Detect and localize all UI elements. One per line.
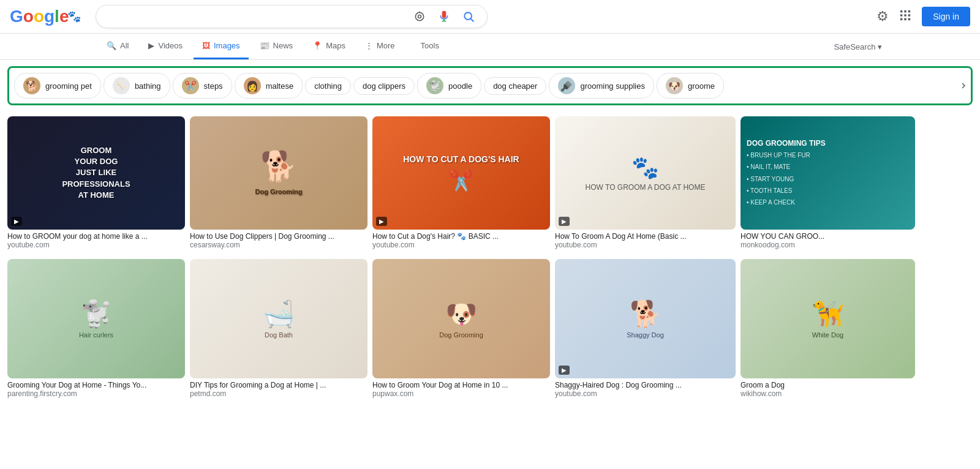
nav-more[interactable]: ⋮ More	[356, 34, 404, 59]
chip-maltese[interactable]: 👩 maltese	[235, 73, 303, 99]
tools-button[interactable]: Tools	[416, 34, 444, 59]
svg-rect-7	[900, 10, 903, 12]
svg-rect-10	[900, 14, 903, 17]
play-badge: ▶	[11, 217, 22, 226]
chip-dog-clippers[interactable]: dog clippers	[353, 77, 415, 95]
svg-line-6	[471, 19, 474, 22]
camera-search-button[interactable]	[411, 10, 428, 23]
result-card-r2c2[interactable]: 🛁 Dog Bath DIY Tips for Grooming a Dog a…	[190, 259, 368, 398]
videos-icon: ▶	[148, 41, 154, 50]
chip-bathing[interactable]: 🦴 bathing	[104, 73, 170, 99]
search-button[interactable]	[460, 10, 477, 23]
chip-clothing[interactable]: clothing	[305, 77, 351, 95]
search-input[interactable]: how to groom my dog	[106, 11, 404, 22]
chip-thumb-groome: 🐶	[666, 77, 683, 94]
chip-groome[interactable]: 🐶 groome	[657, 73, 724, 99]
news-icon: 📰	[260, 41, 270, 50]
results: GROOMYOUR DOGJUST LIKEPROFESSIONALSAT HO…	[0, 111, 980, 408]
result-card-r1c4[interactable]: 🐾 HOW TO GROOM A DOG AT HOME ▶ How To Gr…	[555, 116, 736, 249]
filter-bar-wrap: 🐕 grooming pet 🦴 bathing ✂️ steps 👩 malt…	[7, 66, 973, 105]
chip-thumb-grooming-supplies: 🪮	[558, 77, 575, 94]
result-card-r1c2[interactable]: 🐕 Dog Grooming How to Use Dog Clippers |…	[190, 116, 368, 249]
svg-rect-15	[908, 18, 911, 20]
result-card-r1c1[interactable]: GROOMYOUR DOGJUST LIKEPROFESSIONALSAT HO…	[7, 116, 185, 249]
svg-rect-12	[908, 14, 911, 17]
safesearch-button[interactable]: SafeSearch ▾	[834, 42, 882, 51]
filter-bar: 🐕 grooming pet 🦴 bathing ✂️ steps 👩 malt…	[9, 68, 971, 103]
google-logo[interactable]: Google 🐾	[10, 7, 81, 26]
chip-poodle[interactable]: 🐩 poodle	[417, 73, 481, 99]
result-card-r2c5[interactable]: 🦮 White Dog Groom a Dog wikihow.com	[741, 259, 915, 398]
svg-rect-8	[904, 10, 907, 12]
result-card-r2c4[interactable]: 🐕 Shaggy Dog ▶ Shaggy-Haired Dog : Dog G…	[555, 259, 736, 398]
svg-rect-11	[904, 14, 907, 17]
maps-icon: 📍	[312, 41, 322, 50]
result-card-r1c3[interactable]: HOW TO CUT A DOG'S HAIR ✂️ ▶ How to Cut …	[372, 116, 550, 249]
all-icon: 🔍	[107, 41, 116, 50]
svg-point-0	[416, 12, 424, 20]
chip-dog-cheaper[interactable]: dog cheaper	[484, 77, 546, 95]
sign-in-button[interactable]: Sign in	[922, 7, 970, 26]
chip-steps[interactable]: ✂️ steps	[173, 73, 232, 99]
chip-thumb-bathing: 🦴	[113, 77, 130, 94]
chip-grooming-pet[interactable]: 🐕 grooming pet	[14, 73, 101, 99]
chip-thumb-steps: ✂️	[182, 77, 199, 94]
chip-thumb-maltese: 👩	[244, 77, 261, 94]
play-badge-r2c4: ▶	[559, 366, 570, 375]
filter-next-button[interactable]	[949, 68, 971, 103]
header: Google 🐾 how to groom my dog ⚙	[0, 0, 980, 34]
nav-videos[interactable]: ▶ Videos	[140, 34, 191, 59]
svg-rect-14	[904, 18, 907, 20]
chip-thumb-grooming-pet: 🐕	[23, 77, 40, 94]
svg-rect-13	[900, 18, 903, 20]
nav-images[interactable]: 🖼 Images	[194, 34, 249, 59]
play-badge-r1c3: ▶	[376, 217, 387, 226]
nav-bar: 🔍 All ▶ Videos 🖼 Images 📰 News 📍 Maps ⋮ …	[0, 34, 980, 60]
results-row-2: 🐩 Hair curlers Grooming Your Dog at Home…	[7, 259, 973, 403]
chip-thumb-poodle: 🐩	[426, 77, 443, 94]
more-icon: ⋮	[365, 41, 373, 50]
search-box: how to groom my dog	[96, 5, 488, 28]
nav-all[interactable]: 🔍 All	[98, 34, 137, 59]
voice-search-button[interactable]	[435, 10, 453, 23]
apps-icon[interactable]	[899, 9, 912, 25]
images-icon: 🖼	[202, 41, 210, 50]
settings-icon[interactable]: ⚙	[876, 9, 889, 24]
play-badge-r1c4: ▶	[559, 217, 570, 226]
result-card-r2c1[interactable]: 🐩 Hair curlers Grooming Your Dog at Home…	[7, 259, 185, 398]
chip-grooming-supplies[interactable]: 🪮 grooming supplies	[549, 73, 654, 99]
svg-point-1	[418, 15, 421, 18]
svg-point-5	[465, 12, 472, 20]
nav-news[interactable]: 📰 News	[251, 34, 302, 59]
nav-maps[interactable]: 📍 Maps	[304, 34, 354, 59]
result-card-r2c3[interactable]: 🐶 Dog Grooming How to Groom Your Dog at …	[372, 259, 550, 398]
svg-rect-9	[908, 10, 911, 12]
results-row-1: GROOMYOUR DOGJUST LIKEPROFESSIONALSAT HO…	[7, 116, 973, 254]
result-card-r1c5[interactable]: DOG GROOMING TIPS • BRUSH UP THE FUR• NA…	[741, 116, 915, 249]
header-right: ⚙ Sign in	[876, 7, 970, 26]
